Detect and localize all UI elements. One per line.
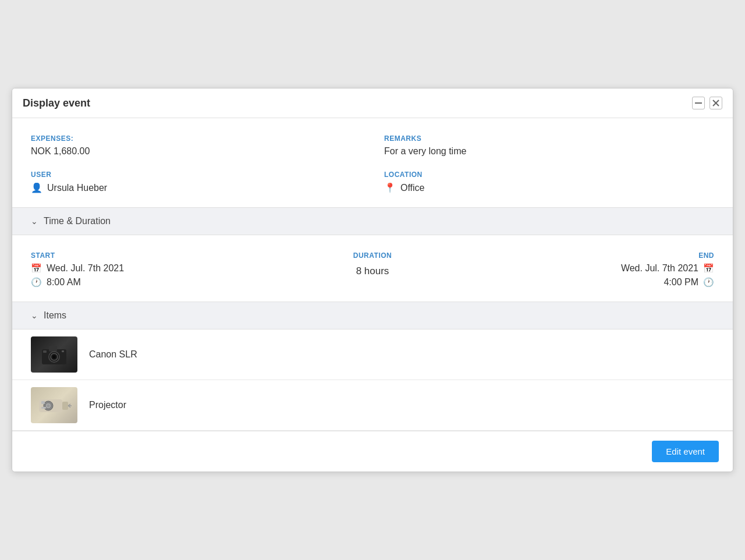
end-field: END Wed. Jul. 7th 2021 📅 4:00 PM 🕐	[489, 251, 714, 288]
dialog-title: Display event	[23, 97, 90, 109]
items-section-title: Items	[44, 310, 66, 321]
remarks-value: For a very long time	[384, 146, 714, 157]
calendar-end-icon: 📅	[703, 263, 714, 274]
location-value: 📍 Office	[384, 182, 714, 193]
expenses-label: EXPENSES:	[31, 134, 361, 143]
items-list: Canon SLR	[12, 329, 733, 431]
clock-end-icon: 🕐	[703, 277, 714, 288]
svg-point-14	[47, 405, 50, 407]
info-section: EXPENSES: NOK 1,680.00 REMARKS For a ver…	[12, 118, 733, 208]
user-value: 👤 Ursula Hueber	[31, 182, 361, 193]
start-date: Wed. Jul. 7th 2021	[47, 263, 124, 274]
start-time-row: 🕐 8:00 AM	[31, 277, 256, 288]
svg-point-7	[52, 355, 56, 359]
dialog-footer: Edit event	[12, 431, 733, 472]
canon-slr-image	[31, 336, 77, 373]
time-duration-content: START 📅 Wed. Jul. 7th 2021 🕐 8:00 AM DUR…	[12, 235, 733, 302]
user-label: USER	[31, 171, 361, 179]
start-label: START	[31, 251, 256, 260]
svg-rect-11	[62, 402, 68, 410]
title-bar-actions	[692, 97, 722, 109]
user-field: USER 👤 Ursula Hueber	[31, 171, 361, 193]
svg-rect-0	[695, 102, 702, 104]
clock-icon: 🕐	[31, 277, 42, 288]
start-time: 8:00 AM	[47, 277, 81, 288]
start-field: START 📅 Wed. Jul. 7th 2021 🕐 8:00 AM	[31, 251, 256, 288]
end-time-row: 4:00 PM 🕐	[489, 277, 714, 288]
time-duration-chevron-icon: ⌄	[31, 217, 38, 226]
dialog-title-bar: Display event	[12, 88, 733, 118]
item-name-projector: Projector	[89, 400, 126, 410]
calendar-icon: 📅	[31, 263, 42, 274]
remarks-label: REMARKS	[384, 134, 714, 143]
expenses-value: NOK 1,680.00	[31, 146, 361, 157]
edit-event-button[interactable]: Edit event	[652, 441, 719, 462]
location-label: LOCATION	[384, 171, 714, 179]
time-duration-section-title: Time & Duration	[44, 216, 111, 226]
close-button[interactable]	[709, 97, 722, 109]
end-time: 4:00 PM	[664, 277, 698, 288]
list-item: Canon SLR	[12, 329, 733, 380]
time-duration-section-header[interactable]: ⌄ Time & Duration	[12, 208, 733, 235]
duration-field: DURATION 8 hours	[260, 251, 485, 288]
display-event-dialog: Display event EXPENSES: NOK 1,680.00 REM…	[12, 88, 733, 472]
dialog-body: EXPENSES: NOK 1,680.00 REMARKS For a ver…	[12, 118, 733, 431]
svg-rect-8	[43, 350, 47, 353]
svg-rect-16	[41, 407, 46, 409]
svg-rect-9	[62, 350, 64, 352]
end-date: Wed. Jul. 7th 2021	[621, 263, 698, 274]
minimize-button[interactable]	[692, 97, 705, 109]
items-section-header[interactable]: ⌄ Items	[12, 302, 733, 329]
duration-label: DURATION	[353, 251, 392, 260]
expenses-field: EXPENSES: NOK 1,680.00	[31, 134, 361, 157]
items-chevron-icon: ⌄	[31, 311, 38, 320]
end-date-row: Wed. Jul. 7th 2021 📅	[489, 263, 714, 274]
svg-rect-15	[41, 401, 45, 404]
list-item: Projector	[12, 380, 733, 431]
user-icon: 👤	[31, 182, 42, 193]
item-name-canon: Canon SLR	[89, 349, 137, 360]
svg-rect-4	[49, 346, 57, 352]
end-label: END	[489, 251, 714, 260]
duration-value: 8 hours	[356, 265, 389, 277]
location-field: LOCATION 📍 Office	[384, 171, 714, 193]
start-date-row: 📅 Wed. Jul. 7th 2021	[31, 263, 256, 274]
location-icon: 📍	[384, 182, 396, 193]
remarks-field: REMARKS For a very long time	[384, 134, 714, 157]
projector-image	[31, 387, 77, 423]
